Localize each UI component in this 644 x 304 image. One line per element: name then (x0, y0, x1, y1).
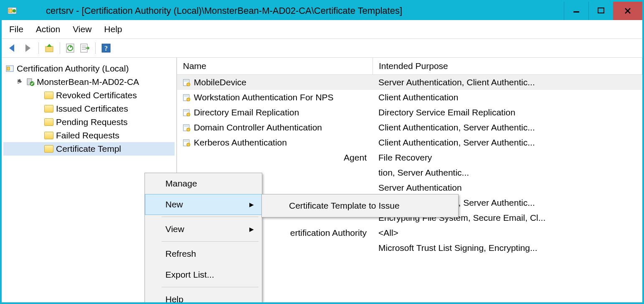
svg-point-34 (187, 143, 190, 146)
cert-template-icon (183, 139, 190, 146)
svg-rect-27 (184, 110, 188, 112)
submenu-arrow-icon: ▶ (249, 226, 254, 232)
back-button[interactable] (6, 41, 19, 55)
cert-template-icon (183, 94, 190, 101)
svg-point-25 (187, 98, 190, 101)
list-row[interactable]: Workstation Authentication For NPSClient… (177, 90, 642, 105)
svg-rect-24 (184, 95, 188, 97)
cell-purpose: Client Authentication, Server Authentic.… (373, 135, 642, 150)
cell-purpose: Client Authentication (373, 90, 642, 105)
window-title: certsrv - [Certification Authority (Loca… (21, 5, 564, 16)
toolbar: ? (2, 39, 642, 58)
cell-purpose: Client Authentication, Server Authentic.… (373, 120, 642, 135)
main-content: Certification Authority (Local) MonsterB… (2, 58, 642, 301)
tree-ca[interactable]: MonsterBean-M-AD02-CA (3, 75, 175, 89)
submenu-arrow-icon: ▶ (249, 201, 254, 208)
svg-rect-30 (184, 125, 188, 127)
svg-rect-7 (46, 46, 53, 52)
cell-purpose: Directory Service Email Replication (373, 105, 642, 120)
context-menu: ManageNew▶View▶RefreshExport List...Help (145, 173, 262, 304)
tree-revoked[interactable]: Revoked Certificates (3, 89, 175, 102)
column-purpose[interactable]: Intended Purpose (373, 58, 642, 74)
menu-view[interactable]: View (73, 24, 91, 34)
forward-button[interactable] (21, 41, 34, 55)
cell-name: MobileDevice (177, 75, 373, 90)
tree-templates[interactable]: Certificate Templ (3, 142, 175, 156)
maximize-button[interactable] (588, 2, 613, 20)
tree-failed[interactable]: Failed Requests (3, 129, 175, 142)
cell-name: Agent (177, 150, 373, 165)
svg-rect-21 (184, 80, 188, 82)
cell-purpose: tion, Server Authentic... (373, 165, 642, 180)
up-button[interactable] (43, 42, 56, 54)
list-row[interactable]: Kerberos AuthenticationClient Authentica… (177, 135, 642, 150)
context-menu-item-manage[interactable]: Manage (145, 173, 262, 194)
svg-rect-3 (573, 11, 579, 13)
folder-icon (44, 118, 53, 126)
export-button[interactable] (79, 42, 91, 54)
context-menu-item-refresh[interactable]: Refresh (145, 243, 262, 264)
cert-template-icon (183, 79, 190, 86)
list-row[interactable]: AgentFile Recovery (177, 150, 642, 165)
svg-rect-4 (598, 8, 604, 13)
cell-name: Directory Email Replication (177, 105, 373, 120)
menubar: File Action View Help (2, 20, 642, 39)
refresh-button[interactable] (64, 42, 77, 54)
cert-template-icon (183, 124, 190, 131)
window: certsrv - [Certification Authority (Loca… (0, 0, 644, 304)
menu-action[interactable]: Action (36, 24, 60, 34)
collapse-icon[interactable] (18, 79, 23, 85)
list-row[interactable]: Domain Controller AuthenticationClient A… (177, 120, 642, 135)
ca-root-icon (6, 64, 14, 73)
svg-point-28 (187, 113, 190, 116)
cell-purpose: Server Authentication, Client Authentic.… (373, 75, 642, 90)
submenu-new: Certificate Template to Issue (261, 194, 459, 217)
svg-text:?: ? (104, 45, 108, 52)
tree-issued[interactable]: Issued Certificates (3, 102, 175, 115)
column-name[interactable]: Name (177, 58, 373, 74)
help-button[interactable]: ? (100, 42, 112, 54)
folder-icon (44, 92, 53, 99)
tree-pending[interactable]: Pending Requests (3, 115, 175, 129)
context-menu-item-help[interactable]: Help (145, 289, 262, 304)
menu-help[interactable]: Help (104, 24, 122, 34)
cell-purpose: Server Authentication (373, 180, 642, 195)
context-menu-item-export-list-[interactable]: Export List... (145, 264, 262, 285)
cell-name: Kerberos Authentication (177, 135, 373, 150)
list-row[interactable]: MobileDeviceServer Authentication, Clien… (177, 75, 642, 90)
tree-root[interactable]: Certification Authority (Local) (3, 62, 175, 75)
cell-name: Workstation Authentication For NPS (177, 90, 373, 105)
svg-point-31 (187, 128, 190, 131)
minimize-button[interactable] (564, 2, 588, 20)
svg-point-22 (187, 83, 190, 86)
close-button[interactable] (613, 2, 642, 20)
tree-ca-label: MonsterBean-M-AD02-CA (37, 77, 139, 87)
cell-name: Domain Controller Authentication (177, 120, 373, 135)
window-controls (564, 2, 642, 20)
svg-rect-1 (9, 9, 12, 13)
list-header: Name Intended Purpose (177, 58, 642, 75)
cell-purpose: <All> (373, 225, 642, 240)
folder-icon (44, 145, 53, 153)
menu-file[interactable]: File (9, 24, 23, 34)
svg-rect-17 (7, 67, 10, 70)
titlebar: certsrv - [Certification Authority (Loca… (2, 2, 642, 20)
tree-root-label: Certification Authority (Local) (17, 64, 129, 74)
submenu-item-cert-template-issue[interactable]: Certificate Template to Issue (262, 194, 458, 217)
app-icon (8, 6, 17, 15)
ca-server-icon (26, 78, 34, 86)
svg-rect-33 (184, 141, 188, 142)
context-menu-item-new[interactable]: New▶ (145, 194, 262, 215)
cell-purpose: Microsoft Trust List Signing, Encrypting… (373, 240, 642, 255)
folder-icon (44, 105, 53, 112)
context-menu-item-view[interactable]: View▶ (145, 219, 262, 240)
list-row[interactable]: Directory Email ReplicationDirectory Ser… (177, 105, 642, 120)
folder-icon (44, 132, 53, 139)
cell-purpose: File Recovery (373, 150, 642, 165)
cert-template-icon (183, 109, 190, 116)
svg-point-2 (13, 9, 16, 13)
